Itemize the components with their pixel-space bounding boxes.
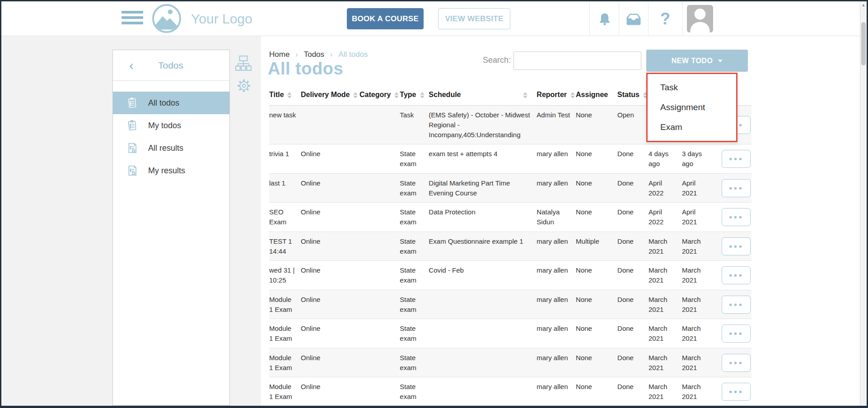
sort-arrows-icon[interactable] — [287, 92, 292, 98]
view-website-button[interactable]: VIEW WEBSITE — [438, 8, 510, 29]
column-header-title[interactable]: Title — [269, 88, 301, 106]
cell-created: March 2021 — [682, 377, 714, 407]
cell-schedule — [429, 377, 537, 407]
cell-assignee: None — [576, 319, 617, 348]
cell-title: TEST 1 14:44 — [269, 232, 301, 261]
cell-category — [359, 261, 400, 290]
column-header-assignee[interactable]: Assignee — [576, 88, 617, 106]
cell-created: April 2021 — [682, 203, 714, 232]
breadcrumb-todos[interactable]: Todos — [304, 50, 324, 59]
cell-category — [359, 106, 400, 144]
cell-status: Done — [617, 348, 649, 377]
row-actions-button[interactable]: ●●● — [722, 383, 751, 401]
table-row: Module 1 ExamOnlineState exammary allenN… — [269, 290, 751, 319]
breadcrumb-home[interactable]: Home — [269, 50, 289, 59]
cell-schedule: exam test + attempts 4 — [429, 144, 537, 174]
row-actions-button[interactable]: ●●● — [722, 325, 751, 343]
column-header-type[interactable]: Type — [400, 88, 429, 106]
sort-arrows-icon[interactable] — [570, 92, 575, 98]
sitemap-icon[interactable] — [235, 55, 252, 71]
cell-title: Module 1 Exam — [269, 319, 301, 348]
row-actions-button[interactable]: ●●● — [722, 266, 751, 284]
inbox-icon[interactable] — [624, 1, 644, 36]
sidebar-item-my-results[interactable]: My results — [113, 159, 229, 182]
column-label: Schedule — [429, 91, 461, 98]
cell-reporter: mary allen — [537, 261, 576, 290]
avatar[interactable] — [687, 5, 713, 32]
sort-arrows-icon[interactable] — [394, 92, 399, 98]
column-header-delivery-mode[interactable]: Delivery Mode — [301, 88, 359, 106]
book-a-course-button[interactable]: BOOK A COURSE — [347, 8, 424, 29]
cell-delivery-mode: Online — [301, 203, 359, 232]
cell-created: March 2021 — [682, 261, 714, 290]
cell-title: new task — [269, 106, 301, 144]
cell-created: 3 days ago — [682, 144, 714, 174]
cell-type: State exam — [400, 290, 429, 319]
cell-actions: ●●● — [714, 377, 751, 407]
breadcrumb-all-todos: All todos — [338, 50, 368, 59]
menu-item-assignment[interactable]: Assignment — [648, 97, 736, 117]
sort-arrows-icon[interactable] — [353, 92, 358, 98]
bell-icon[interactable] — [595, 1, 615, 36]
row-actions-button[interactable]: ●●● — [722, 354, 751, 372]
row-actions-button[interactable]: ●●● — [722, 208, 751, 226]
help-icon[interactable]: ? — [656, 1, 674, 36]
sidebar-item-all-results[interactable]: All results — [113, 137, 229, 159]
cell-delivery-mode: Online — [301, 261, 359, 290]
header-divider — [619, 1, 619, 36]
column-header-category[interactable]: Category — [359, 88, 400, 106]
row-actions-button[interactable]: ●●● — [722, 237, 751, 255]
column-header-schedule[interactable]: Schedule — [429, 88, 537, 106]
cell-created: March 2021 — [682, 290, 714, 319]
cell-title: trivia 1 — [269, 144, 301, 174]
cell-schedule — [429, 319, 537, 348]
cell-actions: ●●● — [714, 232, 751, 261]
column-label: Status — [617, 91, 639, 98]
header-divider — [682, 1, 683, 36]
menu-item-exam[interactable]: Exam — [648, 117, 736, 137]
cell-title: SEO Exam — [269, 203, 301, 232]
cell-category — [359, 232, 400, 261]
vertical-scrollbar[interactable]: ▲ — [860, 1, 867, 406]
sort-arrows-icon[interactable] — [420, 92, 425, 98]
cell-due: March 2021 — [649, 377, 682, 407]
cell-assignee: None — [576, 203, 617, 232]
cell-actions: ●●● — [714, 319, 751, 348]
sort-arrows-icon[interactable] — [523, 92, 527, 98]
row-actions-button[interactable]: ●●● — [722, 179, 751, 197]
sidebar-item-my-todos[interactable]: My todos — [113, 114, 229, 137]
table-row: last 1OnlineState examDigital Marketing … — [269, 173, 751, 203]
column-header-reporter[interactable]: Reporter — [537, 88, 576, 106]
todo-list-icon — [126, 97, 138, 109]
cell-assignee: None — [576, 377, 617, 407]
results-icon — [126, 165, 138, 176]
table-row: Module 1 ExamOnlineState exammary allenN… — [269, 377, 751, 407]
menu-item-task[interactable]: Task — [648, 78, 736, 97]
search-input[interactable] — [513, 51, 641, 70]
hamburger-menu-icon[interactable] — [121, 11, 143, 27]
sidebar-back-header[interactable]: ‹ Todos — [113, 50, 229, 81]
cell-status: Done — [617, 144, 649, 174]
logo-icon[interactable] — [152, 4, 181, 33]
new-todo-button[interactable]: NEW TODO — [646, 50, 748, 72]
scroll-up-arrow[interactable]: ▲ — [860, 1, 867, 9]
cell-status: Open — [617, 106, 649, 144]
table-row: trivia 1OnlineState examexam test + atte… — [269, 144, 751, 174]
cell-due: April 2022 — [649, 203, 682, 232]
cell-due: April 2022 — [649, 173, 682, 203]
cell-delivery-mode — [301, 106, 359, 144]
row-actions-button[interactable]: ●●● — [722, 296, 751, 314]
sidebar-item-label: All todos — [148, 98, 179, 108]
row-actions-button[interactable]: ●●● — [722, 150, 751, 168]
column-header-status[interactable]: Status — [617, 88, 649, 106]
cell-type: State exam — [400, 144, 429, 174]
sidebar-item-all-todos[interactable]: All todos — [113, 92, 229, 114]
cell-schedule: Data Protection — [429, 203, 537, 232]
cell-due: March 2021 — [649, 232, 682, 261]
vertical-scrollbar-thumb[interactable] — [861, 22, 866, 65]
gear-icon[interactable] — [236, 78, 252, 94]
cell-status: Done — [617, 173, 649, 203]
cell-reporter: mary allen — [537, 232, 576, 261]
cell-assignee: None — [576, 144, 617, 174]
column-label: Type — [400, 91, 416, 98]
